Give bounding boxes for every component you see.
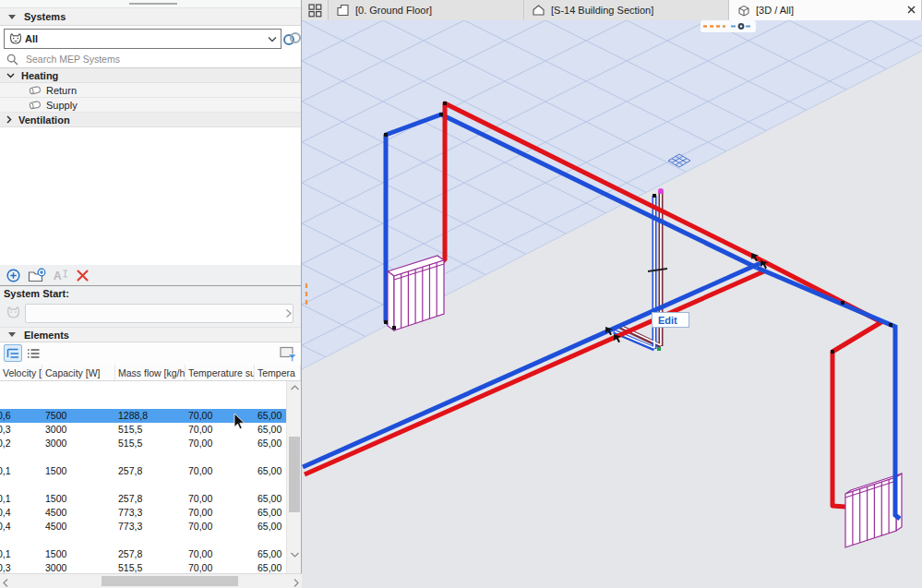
tab-building-section[interactable]: [S-14 Building Section]	[524, 0, 729, 20]
table-row[interactable]	[0, 450, 286, 464]
table-row[interactable]	[0, 381, 286, 395]
systems-header-label: Systems	[24, 11, 66, 22]
system-filter-combobox[interactable]: All	[4, 29, 281, 49]
column-header-temp-supply[interactable]: Temperature su...	[186, 365, 255, 380]
viewport-3d[interactable]: Edit	[302, 20, 922, 588]
table-cell	[255, 450, 286, 464]
chevron-right-icon[interactable]	[285, 308, 293, 318]
column-header-temp-return[interactable]: Tempera	[255, 365, 301, 380]
table-cell: 0,2	[0, 437, 42, 450]
search-field[interactable]	[0, 51, 301, 68]
floating-mini-toolbar[interactable]	[700, 20, 756, 32]
table-row[interactable]: 0,33000515,570,0065,00	[0, 561, 286, 573]
table-row[interactable]: 0,44500773,370,0065,00	[0, 520, 286, 534]
search-input[interactable]	[24, 53, 301, 66]
table-cell: 3000	[42, 423, 115, 437]
search-icon	[6, 54, 18, 66]
elements-section-header[interactable]: Elements	[0, 327, 301, 342]
table-cell	[42, 381, 115, 395]
vertical-scrollbar[interactable]	[286, 381, 301, 573]
table-cell	[186, 381, 255, 395]
tree-view-icon	[6, 347, 20, 360]
expander-closed-icon[interactable]	[6, 115, 12, 124]
scroll-right-icon[interactable]	[293, 579, 299, 587]
table-cell: 515,5	[115, 423, 186, 437]
pipe-icon	[28, 84, 42, 96]
tree-item-supply[interactable]: Supply	[0, 98, 301, 113]
system-start-input[interactable]	[25, 304, 293, 323]
table-cell	[255, 478, 286, 492]
list-view-toggle[interactable]	[24, 344, 42, 362]
systems-section-header[interactable]: Systems	[0, 7, 301, 26]
table-cell: 1500	[42, 464, 115, 478]
table-row[interactable]	[0, 395, 286, 409]
table-cell: 70,00	[186, 464, 255, 478]
column-header-massflow[interactable]: Mass flow [kg/h]	[115, 365, 186, 380]
tab-3d-all[interactable]: [3D / All]	[729, 0, 922, 20]
palette-drag-strip[interactable]	[0, 0, 301, 7]
table-cell	[186, 395, 255, 409]
table-row[interactable]: 0,11500257,870,0065,00	[0, 492, 286, 506]
scroll-down-icon[interactable]	[291, 552, 299, 558]
select-in-model-icon[interactable]	[280, 345, 298, 363]
collapse-arrow-icon	[8, 15, 16, 19]
table-cell	[0, 450, 42, 464]
table-row[interactable]	[0, 534, 286, 547]
table-cell	[115, 381, 186, 395]
application-window: Systems All Heating	[0, 0, 922, 588]
hotspot-magenta[interactable]	[658, 188, 664, 194]
table-cell	[255, 395, 286, 409]
table-row[interactable]	[0, 478, 286, 492]
quad-view-button[interactable]	[302, 0, 329, 20]
table-row[interactable]: 0,11500257,870,0065,00	[0, 464, 286, 478]
table-cell: 65,00	[255, 409, 286, 423]
tab-label: [3D / All]	[756, 5, 794, 16]
tree-group-heating[interactable]: Heating	[0, 68, 301, 83]
table-header[interactable]: Velocity [... Capacity [W] Mass flow [kg…	[0, 365, 301, 381]
expander-open-icon[interactable]	[6, 73, 15, 78]
table-cell	[0, 395, 42, 409]
close-icon	[907, 6, 916, 14]
cube-3d-icon	[736, 4, 750, 18]
tree-item-return[interactable]: Return	[0, 83, 301, 98]
chevron-down-icon	[268, 33, 277, 44]
table-cell: 0,4	[0, 520, 42, 534]
table-row[interactable]: 0,23000515,570,0065,00	[0, 437, 286, 450]
horizontal-scroll-thumb[interactable]	[102, 576, 238, 586]
mep-system-icon	[8, 32, 23, 45]
vertical-scroll-thumb[interactable]	[289, 437, 300, 512]
table-cell	[115, 534, 186, 547]
scroll-left-icon[interactable]	[3, 579, 8, 587]
drag-handle[interactable]	[129, 3, 177, 5]
table-cell: 65,00	[255, 506, 286, 520]
table-cell: 3000	[42, 561, 115, 573]
table-row[interactable]: 0,11500257,870,0065,00	[0, 547, 286, 561]
pipe-icon	[28, 99, 42, 111]
delete-icon[interactable]	[76, 269, 90, 282]
table-cell	[42, 534, 115, 547]
table-cell: 65,00	[255, 437, 286, 450]
mouse-cursor	[233, 413, 245, 430]
hotspot-green[interactable]	[657, 347, 661, 351]
elements-header-label: Elements	[24, 330, 69, 341]
new-folder-icon[interactable]	[28, 268, 47, 283]
table-cell	[0, 478, 42, 492]
table-cell	[186, 450, 255, 464]
close-tab-button[interactable]	[906, 5, 916, 15]
column-header-capacity[interactable]: Capacity [W]	[42, 365, 115, 380]
table-row[interactable]: 0,44500773,370,0065,00	[0, 506, 286, 520]
tab-label: [S-14 Building Section]	[551, 5, 653, 16]
eye-pupil	[740, 25, 742, 27]
table-cell: 70,00	[186, 437, 255, 450]
scene-canvas[interactable]	[302, 20, 922, 588]
tree-view-toggle[interactable]	[4, 344, 22, 362]
add-system-icon[interactable]	[6, 268, 21, 283]
horizontal-scrollbar[interactable]	[0, 573, 302, 588]
system-start-label: System Start:	[4, 288, 69, 299]
rename-icon[interactable]: A	[54, 269, 69, 282]
linked-systems-icon[interactable]	[282, 30, 302, 47]
scroll-up-icon[interactable]	[291, 385, 299, 390]
tab-ground-floor[interactable]: [0. Ground Floor]	[329, 0, 524, 20]
column-header-velocity[interactable]: Velocity [...	[0, 365, 42, 380]
tree-group-ventilation[interactable]: Ventilation	[0, 113, 301, 127]
